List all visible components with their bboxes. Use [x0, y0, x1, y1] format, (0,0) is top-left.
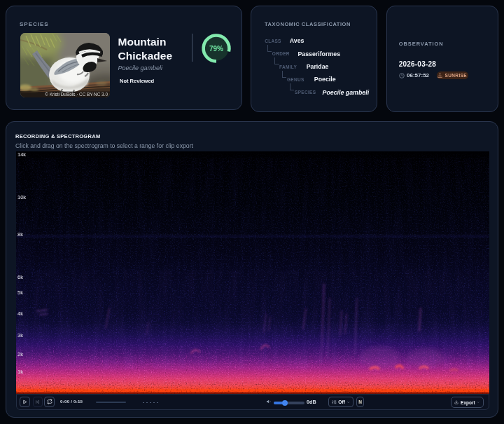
svg-text:10k: 10k: [18, 194, 26, 200]
svg-text:4k: 4k: [18, 310, 23, 317]
svg-text:6k: 6k: [18, 274, 23, 280]
svg-text:2k: 2k: [18, 351, 23, 357]
svg-text:3k: 3k: [18, 332, 23, 338]
svg-text:14k: 14k: [18, 151, 26, 158]
svg-text:1k: 1k: [18, 369, 23, 375]
svg-text:© Kristi DuBois · CC BY-NC 3.0: © Kristi DuBois · CC BY-NC 3.0: [45, 92, 108, 97]
svg-text:8k: 8k: [18, 231, 23, 238]
svg-text:5k: 5k: [18, 289, 23, 296]
svg-text:79%: 79%: [209, 45, 223, 53]
